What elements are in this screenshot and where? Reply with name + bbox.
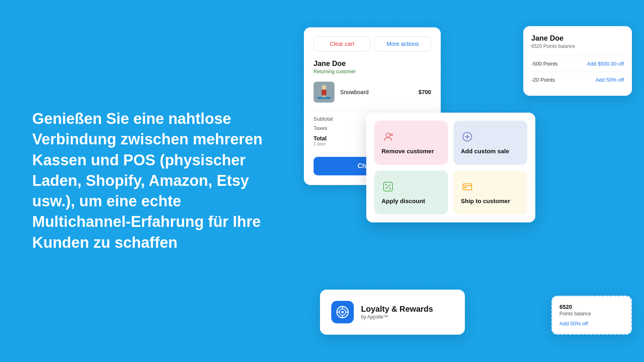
discount-icon: [382, 180, 394, 193]
svg-point-14: [385, 184, 387, 185]
clear-cart-button[interactable]: Clear cart: [314, 36, 370, 51]
total-label-group: Total 1 item: [314, 135, 326, 146]
svg-point-15: [389, 188, 391, 189]
mini-points: 6520: [559, 304, 624, 310]
action-btn-row: Clear cart More actions: [314, 36, 431, 51]
loyalty-widget-card: Loyalty & Rewards by Appstle™: [320, 290, 465, 335]
loyalty-balance: 6520 Points balance: [531, 43, 624, 49]
remove-customer-label: Remove customer: [382, 147, 434, 155]
mini-add-link[interactable]: Add 50% off: [559, 321, 624, 327]
loyalty-row-1: -500 Points Add $500.00 off: [531, 61, 624, 67]
loyalty-points-2: -20 Points: [531, 77, 555, 83]
ship-to-customer-button[interactable]: Ship to customer: [454, 171, 527, 215]
apply-discount-button[interactable]: Apply discount: [374, 171, 448, 215]
customer-tag: Returning customer: [314, 69, 431, 74]
widget-subtitle: by Appstle™: [361, 314, 433, 320]
svg-rect-2: [322, 90, 326, 95]
loyalty-add-1[interactable]: Add $500.00 off: [587, 61, 624, 67]
more-actions-popup: Remove customer Add custom sale: [366, 113, 535, 222]
cart-item: Snowboard $700: [314, 82, 431, 103]
widget-text: Loyalty & Rewards by Appstle™: [361, 304, 433, 320]
apply-discount-label: Apply discount: [382, 197, 425, 205]
loyalty-logo-icon: [335, 305, 350, 319]
add-custom-sale-label: Add custom sale: [461, 147, 509, 155]
svg-rect-16: [463, 184, 472, 190]
loyalty-row-2: -20 Points Add 50% off: [531, 77, 624, 83]
credit-card-icon: [461, 180, 474, 193]
loyalty-card: Jane Doe 6520 Points balance -500 Points…: [523, 26, 632, 96]
loyalty-add-2[interactable]: Add 50% off: [595, 77, 624, 83]
loyalty-customer-name: Jane Doe: [531, 34, 624, 43]
panels-area: Clear cart More actions Jane Doe Returni…: [282, 0, 644, 362]
widget-title: Loyalty & Rewards: [361, 304, 433, 313]
svg-rect-3: [318, 97, 330, 99]
mini-balance-label: Points balance: [559, 311, 624, 317]
more-actions-button[interactable]: More actions: [374, 36, 431, 51]
loyalty-points-1: -500 Points: [531, 61, 558, 67]
subtotal-label: Subtotal: [314, 116, 333, 122]
taxes-label: Taxes: [314, 125, 327, 131]
add-custom-sale-button[interactable]: Add custom sale: [454, 121, 527, 165]
person-remove-icon: [382, 130, 394, 143]
customer-name: Jane Doe: [314, 60, 431, 68]
mini-balance-card: 6520 Points balance Add 50% off: [551, 296, 632, 335]
loyalty-logo: [331, 301, 354, 323]
add-circle-icon: [461, 130, 474, 143]
ship-to-customer-label: Ship to customer: [461, 197, 510, 205]
svg-point-6: [386, 133, 390, 137]
svg-point-1: [322, 85, 326, 90]
svg-rect-18: [464, 187, 466, 188]
hero-text: Genießen Sie eine nahtlose Verbindung zw…: [32, 109, 266, 253]
cart-item-price: $700: [419, 89, 431, 95]
svg-point-21: [341, 311, 344, 313]
remove-customer-button[interactable]: Remove customer: [374, 121, 448, 165]
snowboard-icon: [314, 82, 334, 103]
total-sub: 1 item: [314, 142, 326, 146]
cart-item-image: [314, 82, 334, 103]
cart-item-name: Snowboard: [340, 89, 413, 95]
total-label: Total: [314, 135, 326, 142]
